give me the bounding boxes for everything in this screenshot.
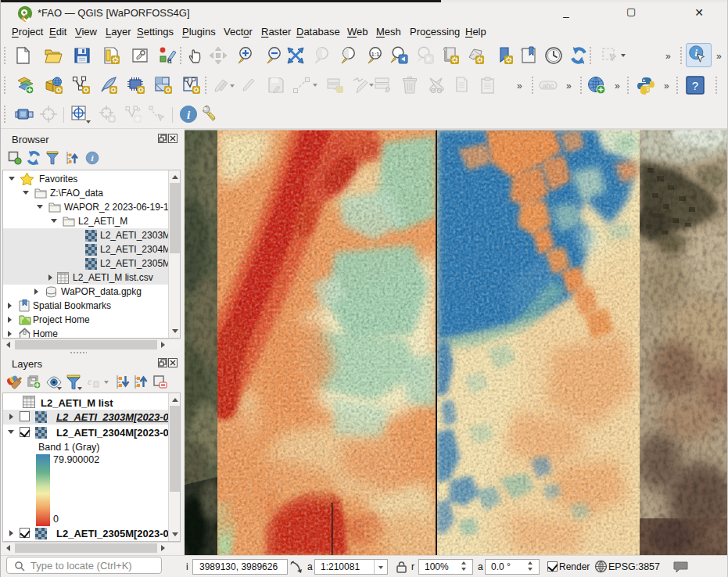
svg-text:?: ? — [692, 79, 698, 92]
svg-text:1:1: 1:1 — [371, 51, 380, 58]
svg-text:abc: abc — [543, 82, 554, 90]
svg-text:ε: ε — [88, 375, 92, 387]
svg-text:a: a — [167, 56, 172, 65]
